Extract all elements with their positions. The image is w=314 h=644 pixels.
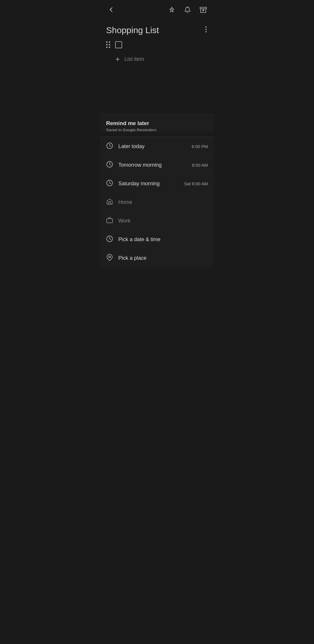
clock-icon [106,161,113,169]
remind-option-pick-place[interactable]: Pick a place [100,249,214,267]
later-today-time: 6:00 PM [192,144,208,149]
work-label: Work [118,218,131,224]
location-pin-icon [106,254,113,262]
remind-subtitle: Saved in Google Reminders [106,128,208,132]
remind-title: Remind me later [106,120,208,127]
add-item-label: List item [124,56,144,62]
remind-option-work[interactable]: Work [100,211,214,230]
home-icon [106,198,113,206]
toolbar-row [100,39,214,52]
note-title-row: Shopping List [100,19,214,39]
remind-option-saturday-morning[interactable]: Saturday morning Sat 8:00 AM [100,174,214,193]
pin-button[interactable] [167,5,176,16]
checkbox-icon[interactable] [115,41,122,48]
archive-button[interactable] [199,5,208,16]
back-button[interactable] [106,5,116,16]
svg-rect-3 [200,7,206,9]
work-icon [106,217,113,225]
dot [109,44,110,45]
remind-option-later-today[interactable]: Later today 6:00 PM [100,137,214,156]
home-label: Home [118,199,132,205]
dot [109,47,110,48]
more-options-button[interactable] [204,25,208,35]
clock-icon [106,235,113,243]
drag-handle[interactable] [106,41,110,48]
remind-section: Remind me later Saved in Google Reminder… [100,114,214,132]
remind-option-home[interactable]: Home [100,193,214,211]
dot [106,47,108,48]
svg-rect-11 [107,219,113,223]
saturday-morning-time: Sat 8:00 AM [184,181,208,186]
add-item-row[interactable]: + List item [100,52,214,67]
top-bar [100,0,214,19]
svg-point-5 [205,26,206,28]
dot [106,44,108,45]
pick-date-time-label: Pick a date & time [118,236,160,243]
note-title[interactable]: Shopping List [106,25,159,35]
later-today-label: Later today [118,143,144,150]
remind-option-tomorrow-morning[interactable]: Tomorrow morning 8:00 AM [100,156,214,174]
remind-option-pick-date-time[interactable]: Pick a date & time [100,230,214,249]
pick-place-label: Pick a place [118,255,147,261]
add-item-plus-icon: + [115,55,120,63]
svg-point-13 [109,256,110,258]
add-reminder-button[interactable] [183,5,192,16]
dot [106,41,108,43]
clock-icon [106,179,113,188]
clock-icon [106,142,113,150]
tomorrow-morning-label: Tomorrow morning [118,162,162,168]
tomorrow-morning-time: 8:00 AM [192,163,208,168]
svg-point-7 [205,31,206,32]
svg-point-6 [205,29,206,30]
dot [109,41,110,43]
top-bar-actions [167,5,208,16]
saturday-morning-label: Saturday morning [118,181,160,187]
